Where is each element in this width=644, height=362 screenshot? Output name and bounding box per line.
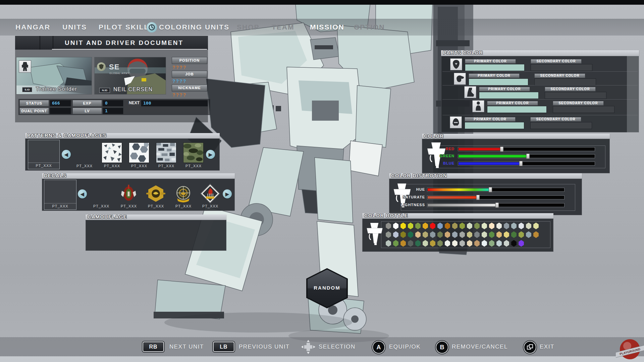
red-slider[interactable]: RED: [432, 147, 596, 152]
pattern-thumb-hex[interactable]: [129, 142, 149, 163]
color-swatch[interactable]: [467, 231, 473, 238]
leg-part-icon[interactable]: [464, 86, 476, 98]
color-swatch[interactable]: [408, 240, 414, 247]
color-swatch[interactable]: [422, 240, 428, 247]
primary-color-swatch[interactable]: [469, 78, 528, 85]
pattern-thumb-woodland[interactable]: [183, 142, 204, 163]
primary-color-swatch[interactable]: [465, 64, 525, 71]
decals-arrow-left[interactable]: ◀: [78, 189, 87, 198]
color-swatch[interactable]: [503, 240, 509, 247]
pattern-thumb-digital[interactable]: [156, 142, 176, 163]
color-swatch[interactable]: [408, 223, 414, 229]
patterns-arrow-right[interactable]: ▶: [206, 150, 215, 159]
color-swatch[interactable]: [437, 223, 443, 229]
decal-item-label[interactable]: PT_XXX: [146, 204, 166, 208]
pilot-part-icon[interactable]: [472, 100, 484, 112]
color-swatch[interactable]: [526, 223, 532, 229]
pattern-item-label[interactable]: PT_XXX: [74, 164, 95, 168]
pattern-item-label[interactable]: PT_XXX: [183, 164, 204, 168]
head-part-icon[interactable]: [450, 116, 462, 128]
pattern-item-label[interactable]: PT_XXX: [156, 164, 177, 168]
nav-hangar[interactable]: HANGAR: [15, 19, 50, 36]
secondary-color-swatch[interactable]: [553, 106, 614, 113]
color-swatch[interactable]: [474, 223, 480, 229]
pattern-selected-slot[interactable]: PT_XXX: [28, 140, 60, 169]
color-swatch[interactable]: [503, 223, 509, 229]
decals-arrow-right[interactable]: ▶: [223, 189, 232, 198]
green-slider-handle[interactable]: [526, 154, 530, 159]
color-swatch[interactable]: [503, 231, 509, 238]
color-swatch[interactable]: [393, 223, 399, 229]
hue-slider-handle[interactable]: [488, 187, 492, 192]
color-swatch[interactable]: [518, 231, 524, 238]
color-swatch[interactable]: [452, 223, 458, 229]
arm-part-icon[interactable]: [454, 73, 466, 85]
color-swatch[interactable]: [385, 223, 391, 229]
color-swatch[interactable]: [385, 240, 391, 247]
color-swatch[interactable]: [415, 223, 421, 229]
pilot-card[interactable]: SE GLOBAL ARMY N.ID NEIL CERSEN: [94, 57, 166, 95]
color-swatch[interactable]: [415, 240, 421, 247]
random-button[interactable]: RANDOM: [306, 268, 348, 308]
unit-card[interactable]: S.ID Trainee Soilder: [16, 57, 92, 95]
nav-mission[interactable]: MISSION: [310, 19, 344, 36]
color-swatch[interactable]: [496, 240, 502, 247]
color-swatch[interactable]: [400, 231, 406, 238]
color-swatch[interactable]: [496, 231, 502, 238]
color-swatch[interactable]: [430, 240, 436, 247]
blue-slider[interactable]: BLUE: [432, 161, 596, 166]
secondary-color-swatch[interactable]: [545, 92, 606, 99]
color-swatch[interactable]: [511, 231, 517, 238]
color-swatch[interactable]: [444, 231, 450, 238]
lightness-slider-handle[interactable]: [495, 202, 499, 208]
secondary-color-swatch[interactable]: [531, 64, 592, 71]
color-swatch[interactable]: [459, 240, 465, 247]
lightness-slider[interactable]: LIGHTNESS: [394, 203, 577, 207]
color-swatch[interactable]: [408, 231, 414, 238]
green-slider[interactable]: GREEN: [432, 154, 596, 159]
color-swatch[interactable]: [437, 240, 443, 247]
pattern-item-label[interactable]: PT_XXX: [102, 164, 122, 168]
color-swatch[interactable]: [511, 240, 517, 247]
color-swatch[interactable]: [422, 223, 428, 229]
saturate-slider-handle[interactable]: [476, 195, 480, 200]
saturate-slider[interactable]: SATURATE: [394, 195, 577, 200]
blue-slider-handle[interactable]: [519, 161, 523, 166]
decal-thumb-emblem1[interactable]: [118, 183, 139, 204]
color-swatch[interactable]: [400, 223, 406, 229]
color-swatch[interactable]: [467, 240, 473, 247]
color-swatch[interactable]: [422, 231, 428, 238]
color-swatch[interactable]: [533, 231, 539, 238]
color-swatch[interactable]: [415, 231, 421, 238]
decal-item-label[interactable]: PT_XXX: [173, 204, 194, 208]
color-swatch[interactable]: [467, 223, 473, 229]
secondary-color-swatch[interactable]: [534, 78, 596, 85]
camouflage-body[interactable]: [86, 220, 226, 251]
decal-selected-slot[interactable]: PT_XXX: [44, 180, 76, 210]
color-swatch[interactable]: [459, 223, 465, 229]
color-swatch[interactable]: [481, 223, 487, 229]
color-swatch[interactable]: [474, 240, 480, 247]
color-swatch[interactable]: [489, 231, 495, 238]
primary-color-swatch[interactable]: [479, 92, 539, 99]
hue-slider[interactable]: HUE: [394, 187, 577, 192]
color-swatch[interactable]: [400, 240, 406, 247]
nav-coloring-units[interactable]: COLORING UNITS: [159, 19, 229, 36]
color-swatch[interactable]: [430, 231, 436, 238]
color-swatch[interactable]: [533, 223, 539, 229]
color-swatch[interactable]: [526, 231, 532, 238]
decal-thumb-emblem2[interactable]: [146, 183, 166, 204]
color-swatch[interactable]: [496, 223, 502, 229]
decal-thumb-emblem3[interactable]: [173, 183, 194, 204]
pattern-item-label[interactable]: PT_XXX: [129, 164, 150, 168]
color-swatch[interactable]: [444, 240, 450, 247]
color-swatch[interactable]: [385, 231, 391, 238]
nav-units[interactable]: UNITS: [62, 19, 87, 36]
color-swatch[interactable]: [393, 240, 399, 247]
color-swatch[interactable]: [489, 223, 495, 229]
body-part-icon[interactable]: [450, 58, 462, 70]
decal-thumb-emblem4[interactable]: [200, 183, 220, 204]
color-swatch[interactable]: [452, 231, 458, 238]
patterns-arrow-left[interactable]: ◀: [62, 150, 71, 159]
decal-item-label[interactable]: PT_XXX: [91, 204, 112, 208]
